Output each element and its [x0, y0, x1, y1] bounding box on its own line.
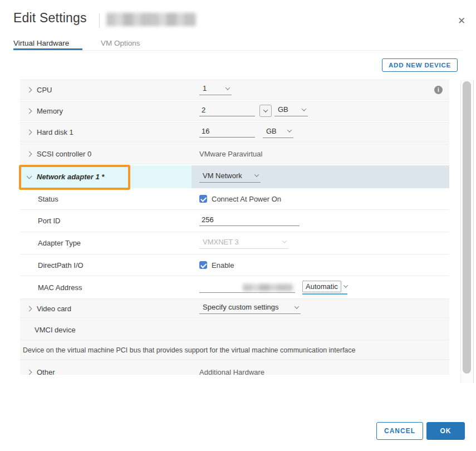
row-label: Adapter Type	[38, 239, 81, 247]
network-select[interactable]: VM Network	[199, 171, 261, 183]
ok-button[interactable]: OK	[426, 422, 465, 440]
row-vmci-description: Device on the virtual machine PCI bus th…	[20, 340, 449, 360]
cpu-count-value: 1	[203, 84, 207, 92]
disk-unit-value: GB	[266, 127, 277, 135]
other-value: Additional Hardware	[199, 368, 264, 375]
chevron-right-icon[interactable]	[27, 108, 32, 114]
memory-size-input[interactable]: 2	[199, 106, 255, 116]
row-label: Other	[37, 368, 55, 375]
add-new-device-button[interactable]: ADD NEW DEVICE	[382, 58, 458, 72]
memory-unit-value: GB	[278, 105, 288, 114]
adapter-type-value: VMXNET 3	[203, 238, 239, 246]
checkbox-label: Enable	[212, 261, 234, 269]
mac-address-redacted	[243, 284, 293, 291]
row-label: MAC Address	[38, 283, 82, 292]
row-label: Port ID	[38, 217, 60, 225]
row-label: Memory	[37, 107, 63, 115]
row-label: Video card	[37, 305, 71, 313]
chevron-right-icon[interactable]	[27, 87, 32, 92]
row-adapter-type: Adapter Type VMXNET 3	[20, 232, 449, 254]
connect-at-power-on-checkbox[interactable]	[199, 195, 207, 203]
hardware-list: CPU 1 i Memory 2 GB Hard disk 1 16	[20, 80, 449, 375]
directpath-enable-checkbox[interactable]	[199, 261, 207, 269]
chevron-right-icon[interactable]	[27, 130, 32, 135]
chevron-down-icon	[343, 283, 348, 287]
chevron-down-icon	[225, 85, 230, 90]
row-label: SCSI controller 0	[37, 150, 91, 158]
row-network-adapter[interactable]: Network adapter 1 * VM Network	[20, 165, 449, 188]
tab-virtual-hardware[interactable]: Virtual Hardware	[13, 39, 69, 47]
row-other[interactable]: Other Additional Hardware	[20, 361, 449, 375]
disk-unit-select[interactable]: GB	[263, 127, 293, 138]
close-icon[interactable]: ✕	[454, 13, 469, 28]
row-hard-disk[interactable]: Hard disk 1 16 GB	[20, 122, 449, 143]
row-status: Status Connect At Power On	[20, 188, 449, 209]
title-divider	[99, 13, 100, 28]
checkbox-label: Connect At Power On	[212, 195, 281, 203]
scsi-type-value: VMware Paravirtual	[199, 150, 262, 158]
row-vmci-device: VMCI device	[20, 320, 449, 340]
row-mac-address: MAC Address Automatic	[20, 276, 449, 298]
mac-mode-select[interactable]: Automatic	[302, 281, 347, 295]
row-memory[interactable]: Memory 2 GB	[20, 101, 449, 121]
vmci-description: Device on the virtual machine PCI bus th…	[23, 346, 356, 354]
row-directpath-io: DirectPath I/O Enable	[20, 254, 449, 276]
chevron-down-icon	[295, 304, 299, 308]
mac-mode-value: Automatic	[302, 281, 341, 292]
info-icon[interactable]: i	[434, 86, 443, 94]
page-title: Edit Settings	[13, 11, 87, 26]
row-label: VMCI device	[35, 326, 76, 334]
video-settings-select[interactable]: Specify custom settings	[199, 303, 301, 314]
chevron-down-icon	[287, 128, 292, 132]
chevron-down-icon	[282, 238, 287, 243]
row-label: Network adapter 1 *	[37, 173, 104, 181]
video-settings-value: Specify custom settings	[203, 303, 279, 311]
row-scsi-controller[interactable]: SCSI controller 0 VMware Paravirtual	[20, 144, 449, 164]
row-label: Status	[38, 195, 58, 203]
port-id-input[interactable]: 256	[199, 215, 300, 226]
row-cpu[interactable]: CPU 1 i	[20, 80, 449, 100]
row-label: DirectPath I/O	[38, 261, 84, 269]
tab-vm-options[interactable]: VM Options	[101, 39, 140, 47]
chevron-right-icon[interactable]	[27, 306, 32, 311]
row-video-card[interactable]: Video card Specify custom settings	[20, 298, 449, 318]
row-port-id: Port ID 256	[20, 209, 449, 232]
adapter-type-select: VMXNET 3	[199, 238, 288, 249]
cancel-button[interactable]: CANCEL	[376, 422, 423, 440]
chevron-down-icon	[254, 172, 259, 177]
scrollbar-thumb[interactable]	[463, 81, 471, 374]
disk-size-input[interactable]: 16	[199, 127, 255, 138]
network-value: VM Network	[203, 171, 242, 180]
chevron-down-icon	[263, 107, 268, 112]
chevron-down-icon	[302, 106, 306, 111]
chevron-right-icon[interactable]	[27, 369, 32, 375]
row-label: Hard disk 1	[37, 128, 73, 136]
memory-unit-select[interactable]: GB	[274, 105, 308, 116]
tab-baseline	[13, 50, 463, 51]
cpu-count-select[interactable]: 1	[199, 84, 232, 95]
vm-name-redacted	[106, 13, 196, 26]
mac-address-input[interactable]	[199, 282, 295, 293]
memory-dropdown-button[interactable]	[259, 105, 272, 117]
row-label: CPU	[37, 86, 52, 94]
chevron-right-icon[interactable]	[27, 151, 32, 157]
